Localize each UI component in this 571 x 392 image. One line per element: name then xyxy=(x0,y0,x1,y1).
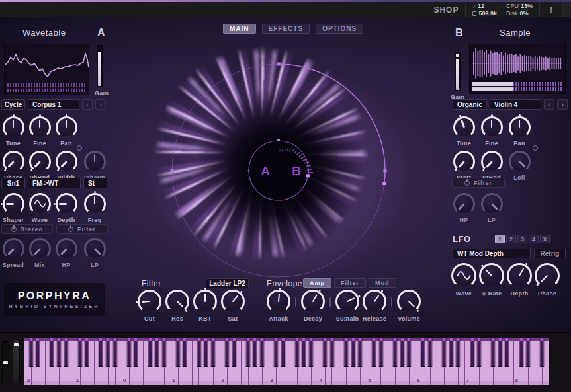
piano-key-black[interactable] xyxy=(372,338,376,367)
alert-button[interactable]: ! xyxy=(539,2,563,17)
hp-knob[interactable]: HP xyxy=(56,238,77,268)
piano-key-black[interactable] xyxy=(155,338,159,367)
start-knob[interactable]: Start xyxy=(453,151,475,181)
panic-button-partial[interactable] xyxy=(563,2,571,17)
fm-target-select[interactable]: FM->WT xyxy=(28,178,81,188)
shop-button[interactable]: SHOP xyxy=(427,2,465,17)
piano-key-black[interactable] xyxy=(449,338,453,367)
piano-key-black[interactable] xyxy=(36,338,40,367)
sustain-knob[interactable]: Sustain xyxy=(335,290,359,322)
piano-key-black[interactable] xyxy=(329,338,334,367)
pitch-wheel[interactable] xyxy=(2,341,9,383)
piano-key-black[interactable] xyxy=(378,338,383,367)
mix-knob[interactable]: Mix xyxy=(29,238,51,268)
preset-next-button[interactable]: › xyxy=(95,99,106,110)
piano-key-black[interactable] xyxy=(259,338,264,367)
width-knob[interactable]: Width xyxy=(56,151,77,181)
gain-b-slider[interactable] xyxy=(455,52,461,91)
tune-knob[interactable]: Tune xyxy=(3,116,24,147)
piano-key-black[interactable] xyxy=(232,338,236,367)
filter-a-toggle[interactable]: Filter xyxy=(56,224,108,234)
sat-knob[interactable]: Sat xyxy=(221,290,245,322)
gain-a-slider[interactable] xyxy=(97,45,103,87)
piano-key-black[interactable] xyxy=(28,338,33,367)
piano-key-black[interactable] xyxy=(309,338,314,367)
lfo-button-x[interactable]: X xyxy=(540,235,550,243)
strnd-knob[interactable]: StRnd xyxy=(481,151,503,181)
piano-key-black[interactable] xyxy=(323,338,328,367)
piano-key-black[interactable] xyxy=(112,338,117,367)
tune-knob[interactable]: Tune xyxy=(453,116,475,147)
sample-preset-select[interactable]: Violin 4 xyxy=(490,99,541,110)
sample-display[interactable] xyxy=(469,44,566,94)
piano-key-black[interactable] xyxy=(343,338,348,367)
piano-key-black[interactable] xyxy=(253,338,257,367)
sample-prev-button[interactable]: ‹ xyxy=(544,99,554,110)
decay-knob[interactable]: Decay xyxy=(301,290,325,322)
piano-key-black[interactable] xyxy=(400,338,404,367)
piano-key-black[interactable] xyxy=(245,338,250,367)
piano-key-black[interactable] xyxy=(470,338,474,367)
piano-key-black[interactable] xyxy=(161,338,166,367)
tab-main[interactable]: MAIN xyxy=(223,24,256,34)
sn-select[interactable]: Sn1 xyxy=(1,178,25,188)
piano-key-black[interactable] xyxy=(197,338,201,367)
lfo-button-1[interactable]: 1 xyxy=(495,235,505,243)
power-icon[interactable] xyxy=(77,145,82,151)
power-icon[interactable] xyxy=(533,145,538,151)
piano-key-black[interactable] xyxy=(491,338,496,367)
piano-key-black[interactable] xyxy=(204,338,208,367)
piano-key-black[interactable] xyxy=(99,338,103,367)
piano-key-black[interactable] xyxy=(498,338,502,367)
release-knob[interactable]: Release xyxy=(363,290,386,322)
tab-options[interactable]: OPTIONS xyxy=(316,24,363,34)
pan-knob[interactable]: Pan xyxy=(56,116,77,147)
filter-type-select[interactable]: Ladder LP2 xyxy=(206,278,249,288)
stereo-toggle[interactable]: Stereo xyxy=(1,224,53,234)
shaper-knob[interactable]: Shaper xyxy=(3,193,24,223)
piano-key-black[interactable] xyxy=(358,338,363,367)
piano-key-black[interactable] xyxy=(442,338,447,367)
piano-key-black[interactable] xyxy=(56,338,61,367)
piano-key-black[interactable] xyxy=(456,338,461,367)
wave-knob[interactable]: Wave xyxy=(451,263,476,297)
piano-key-black[interactable] xyxy=(64,338,68,367)
piano-key-black[interactable] xyxy=(477,338,482,367)
ab-crossfade-knob[interactable]: AB xyxy=(166,41,391,300)
filter-b-toggle[interactable]: Filter xyxy=(452,178,505,188)
piano-key-black[interactable] xyxy=(126,338,131,367)
phase-knob[interactable]: Phase xyxy=(3,151,24,181)
hp-knob[interactable]: HP xyxy=(453,193,475,223)
st-select[interactable]: St xyxy=(83,178,107,188)
phase-knob[interactable]: Phase xyxy=(535,263,560,297)
sample-next-button[interactable]: › xyxy=(557,99,568,110)
piano-key-black[interactable] xyxy=(540,338,545,367)
piano-key-black[interactable] xyxy=(421,338,425,367)
piano-key-black[interactable] xyxy=(225,338,230,367)
lfo-button-3[interactable]: 3 xyxy=(517,235,527,243)
res-knob[interactable]: Res xyxy=(165,290,189,322)
piano-key-black[interactable] xyxy=(210,338,215,367)
sample-mode-select[interactable]: Organic xyxy=(453,99,487,110)
piano-key-black[interactable] xyxy=(85,338,89,367)
lp-knob[interactable]: LP xyxy=(84,238,106,268)
lfo-button-2[interactable]: 2 xyxy=(506,235,516,243)
piano-key-black[interactable] xyxy=(274,338,279,367)
volume-knob[interactable]: Volume xyxy=(397,290,421,322)
lofi-knob[interactable]: Lofi xyxy=(509,151,531,181)
piano-key-black[interactable] xyxy=(281,338,285,367)
preset-prev-button[interactable]: ‹ xyxy=(82,99,93,110)
pan-knob[interactable]: Pan xyxy=(509,116,531,147)
piano-key-black[interactable] xyxy=(505,338,509,367)
phrnd-knob[interactable]: PhRnd xyxy=(29,151,51,181)
piano-key-black[interactable] xyxy=(526,338,531,367)
freq-knob[interactable]: Freq xyxy=(84,193,106,223)
lp-knob[interactable]: LP xyxy=(481,193,503,223)
depth-knob[interactable]: Depth xyxy=(507,263,532,297)
inharm-knob[interactable]: Inharm xyxy=(84,151,106,181)
wavetable-preset-select[interactable]: Corpus 1 xyxy=(28,99,79,110)
piano-key-black[interactable] xyxy=(183,338,187,367)
fine-knob[interactable]: Fine xyxy=(29,116,51,147)
lfo-target-select[interactable]: WT Mod Depth xyxy=(453,249,531,258)
lfo-button-4[interactable]: 4 xyxy=(529,235,539,243)
